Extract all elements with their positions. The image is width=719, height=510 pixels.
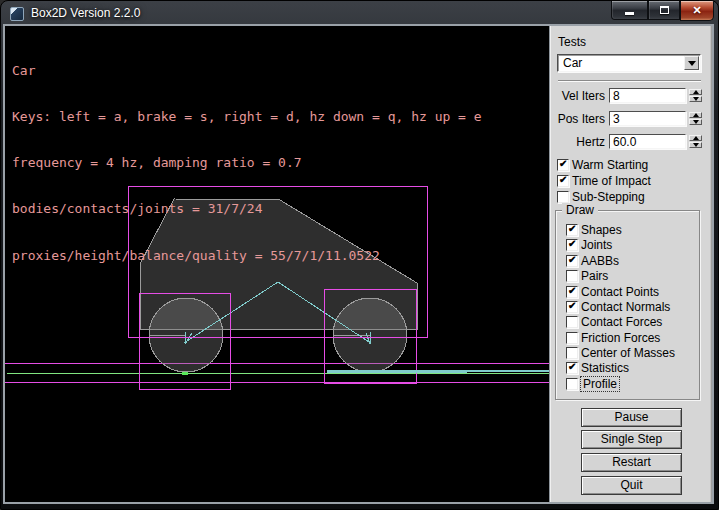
- friction-forces-label: Friction Forces: [581, 331, 660, 345]
- pos-iters-spin-up-button[interactable]: [689, 112, 702, 118]
- arrow-up-icon: [693, 113, 699, 117]
- caption-button-group: ✕: [611, 1, 714, 21]
- contact-normals-label: Contact Normals: [581, 300, 670, 314]
- simulation-canvas[interactable]: Car Keys: left = a, brake = s, right = d…: [5, 26, 549, 502]
- vel-iters-label: Vel Iters: [562, 89, 605, 103]
- joints-label: Joints: [581, 238, 612, 252]
- hertz-row: Hertz: [550, 134, 713, 149]
- statistics-label: Statistics: [581, 361, 629, 375]
- contact-points-checkbox[interactable]: [566, 286, 578, 298]
- contact-normals-checkbox[interactable]: [566, 301, 578, 313]
- window-title: Box2D Version 2.2.0: [31, 6, 140, 20]
- contact-points-label: Contact Points: [581, 285, 659, 299]
- quit-button[interactable]: Quit: [581, 476, 682, 495]
- pos-iters-row: Pos Iters: [550, 111, 713, 126]
- vel-iters-spin-down-button[interactable]: [689, 96, 702, 102]
- sub-stepping-checkbox[interactable]: [557, 191, 569, 203]
- sub-stepping-label: Sub-Stepping: [572, 190, 645, 204]
- pos-iters-label: Pos Iters: [558, 112, 605, 126]
- frequency-text: frequency = 4 hz, damping ratio = 0.7: [12, 155, 482, 170]
- hertz-spin-down-button[interactable]: [689, 142, 702, 148]
- warm-starting-checkbox[interactable]: [557, 159, 569, 171]
- pos-iters-spinner: [689, 112, 702, 125]
- friction-forces-checkbox[interactable]: [566, 332, 578, 344]
- profile-label: Profile: [581, 377, 619, 391]
- vel-iters-spin-up-button[interactable]: [689, 89, 702, 95]
- vel-iters-spinner: [689, 89, 702, 102]
- tests-dropdown[interactable]: Car: [557, 54, 701, 72]
- keys-help-text: Keys: left = a, brake = s, right = d, hz…: [12, 109, 482, 124]
- separator-line: [558, 80, 701, 82]
- hertz-label: Hertz: [576, 135, 605, 149]
- control-panel: Tests Car Vel Iters Pos Iters: [549, 26, 712, 502]
- arrow-up-icon: [693, 90, 699, 94]
- aabbs-checkbox[interactable]: [566, 255, 578, 267]
- arrow-down-icon: [693, 120, 699, 124]
- tests-dropdown-value: Car: [563, 56, 582, 71]
- center-of-masses-label: Center of Masses: [581, 346, 675, 360]
- shapes-label: Shapes: [581, 223, 622, 237]
- contact-point-marker: [182, 372, 188, 375]
- hertz-spin-up-button[interactable]: [689, 135, 702, 141]
- maximize-button[interactable]: [648, 1, 680, 20]
- arrow-up-icon: [693, 136, 699, 140]
- center-of-masses-checkbox[interactable]: [566, 347, 578, 359]
- tests-label: Tests: [558, 35, 586, 49]
- close-icon: ✕: [692, 5, 701, 16]
- test-name-text: Car: [12, 63, 482, 78]
- vel-iters-input[interactable]: [609, 88, 686, 103]
- restart-button[interactable]: Restart: [581, 453, 682, 472]
- statistics-checkbox[interactable]: [566, 362, 578, 374]
- maximize-icon: [660, 6, 669, 14]
- debug-text-overlay: Car Keys: left = a, brake = s, right = d…: [12, 32, 482, 294]
- time-of-impact-checkbox[interactable]: [557, 175, 569, 187]
- time-of-impact-label: Time of Impact: [572, 174, 651, 188]
- tests-dropdown-arrow-button[interactable]: [684, 56, 699, 70]
- pairs-checkbox[interactable]: [566, 270, 578, 282]
- joints-checkbox[interactable]: [566, 239, 578, 251]
- shapes-checkbox[interactable]: [566, 224, 578, 236]
- hertz-input[interactable]: [609, 134, 686, 149]
- contact-forces-checkbox[interactable]: [566, 316, 578, 328]
- pos-iters-spin-down-button[interactable]: [689, 119, 702, 125]
- app-window: Box2D Version 2.2.0 ✕: [0, 0, 719, 510]
- pause-button[interactable]: Pause: [581, 408, 682, 427]
- hertz-spinner: [689, 135, 702, 148]
- warm-starting-label: Warm Starting: [572, 158, 648, 172]
- contact-forces-label: Contact Forces: [581, 315, 662, 329]
- aabbs-label: AABBs: [581, 254, 619, 268]
- single-step-button[interactable]: Single Step: [581, 430, 682, 449]
- profile-checkbox[interactable]: [566, 378, 578, 390]
- vel-iters-row: Vel Iters: [550, 88, 713, 103]
- draw-group-title: Draw: [562, 203, 598, 217]
- close-button[interactable]: ✕: [680, 1, 714, 21]
- arrow-down-icon: [693, 97, 699, 101]
- pairs-label: Pairs: [581, 269, 608, 283]
- client-area: Car Keys: left = a, brake = s, right = d…: [5, 26, 712, 502]
- draw-group-box: Draw Shapes Joints AABBs Pairs: [555, 210, 700, 400]
- pos-iters-input[interactable]: [609, 111, 686, 126]
- proxies-stats-text: proxies/height/balance/quality = 55/7/1/…: [12, 248, 482, 263]
- bodies-stats-text: bodies/contacts/joints = 31/7/24: [12, 201, 482, 216]
- arrow-down-icon: [693, 143, 699, 147]
- app-icon: [10, 7, 24, 21]
- minimize-icon: [625, 12, 634, 15]
- title-bar[interactable]: Box2D Version 2.2.0 ✕: [1, 1, 718, 26]
- minimize-button[interactable]: [611, 1, 648, 20]
- chevron-down-icon: [688, 61, 696, 66]
